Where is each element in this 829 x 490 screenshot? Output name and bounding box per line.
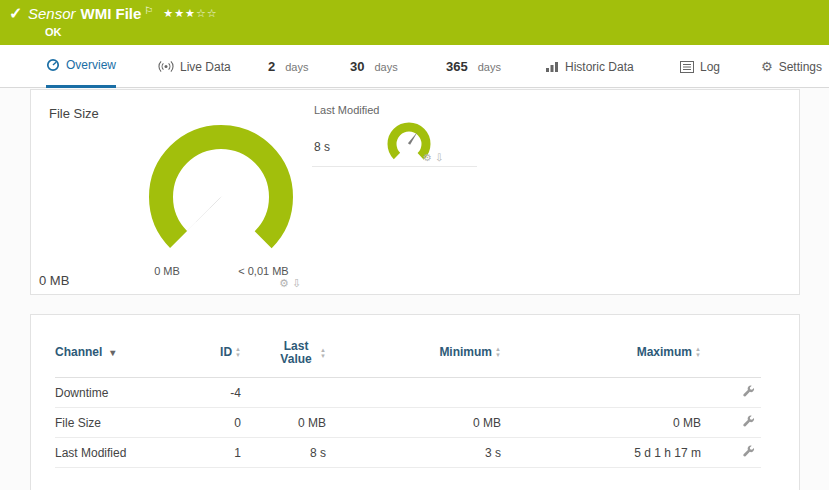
- column-label: ID: [220, 345, 232, 359]
- column-header-channel[interactable]: Channel▾: [55, 327, 200, 378]
- gauges-panel: File Size 0 MB < 0,01 MB 0 MB ⚙⇩ Last Mo…: [30, 89, 800, 295]
- flag-icon[interactable]: ⚐: [144, 5, 153, 16]
- wrench-icon[interactable]: [742, 385, 761, 401]
- column-header-minimum[interactable]: Minimum▲▼: [326, 327, 501, 378]
- column-header-maximum[interactable]: Maximum▲▼: [501, 327, 701, 378]
- cell-channel[interactable]: Last Modified: [55, 438, 200, 468]
- tab-number: 2: [268, 59, 275, 74]
- log-icon: [680, 61, 694, 73]
- cell-channel[interactable]: File Size: [55, 408, 200, 438]
- channel-table: Channel▾ ID▲▼ Last Value▲▼ Minimum▲▼ Max…: [55, 327, 761, 468]
- cell-last-value: [241, 378, 326, 408]
- stars-filled: ★★★: [163, 7, 196, 19]
- column-label: Last Value: [275, 340, 317, 366]
- table-header-row: Channel▾ ID▲▼ Last Value▲▼ Minimum▲▼ Max…: [55, 327, 761, 378]
- tab-label: Historic Data: [565, 60, 634, 74]
- historic-data-icon: [545, 60, 559, 73]
- channel-table-panel: Channel▾ ID▲▼ Last Value▲▼ Minimum▲▼ Max…: [30, 314, 800, 490]
- column-label: Maximum: [637, 345, 692, 359]
- cell-minimum: [326, 378, 501, 408]
- tab-overview[interactable]: Overview: [46, 45, 116, 88]
- tab-live-data[interactable]: Live Data: [158, 45, 231, 88]
- cell-last-value: 0 MB: [241, 408, 326, 438]
- cell-minimum: 3 s: [326, 438, 501, 468]
- cell-maximum: 5 d 1 h 17 m: [501, 438, 701, 468]
- tab-2-days[interactable]: 2days: [268, 45, 308, 88]
- gear-icon[interactable]: ⚙: [279, 277, 292, 289]
- cell-id: 1: [200, 438, 241, 468]
- divider: [312, 166, 477, 167]
- last-modified-gauge: [379, 116, 441, 178]
- column-header-actions: [701, 327, 761, 378]
- column-label: Minimum: [439, 345, 492, 359]
- wrench-icon[interactable]: [742, 445, 761, 461]
- gauge-toolbar: ⚙⇩: [423, 152, 446, 163]
- tab-label: Overview: [66, 58, 116, 72]
- gauge-toolbar: ⚙⇩: [279, 277, 304, 290]
- column-label: Channel: [55, 345, 102, 359]
- gear-icon: ⚙: [761, 59, 773, 74]
- sensor-header: ✓ Sensor WMI File ⚐ ★★★☆☆ OK: [0, 0, 829, 45]
- status-badge: OK: [45, 26, 62, 38]
- last-modified-value: 8 s: [314, 140, 330, 154]
- tab-label: days: [374, 61, 397, 73]
- table-row[interactable]: File Size 0 0 MB 0 MB 0 MB: [55, 408, 761, 438]
- sort-icon[interactable]: ▲▼: [235, 346, 241, 358]
- tab-label: Log: [700, 60, 720, 74]
- pin-icon[interactable]: ⇩: [292, 277, 304, 289]
- cell-channel[interactable]: Downtime: [55, 378, 200, 408]
- tab-30-days[interactable]: 30days: [350, 45, 398, 88]
- cell-maximum: [501, 378, 701, 408]
- tab-label: days: [285, 61, 308, 73]
- tab-label: Settings: [779, 60, 822, 74]
- tab-label: Live Data: [180, 60, 231, 74]
- cell-id: -4: [200, 378, 241, 408]
- tab-settings[interactable]: ⚙ Settings: [761, 45, 822, 88]
- prtg-sensor-page: ✓ Sensor WMI File ⚐ ★★★☆☆ OK Overview Li…: [0, 0, 829, 490]
- tab-bar: Overview Live Data 2days 30days 365days …: [0, 45, 829, 88]
- cell-maximum: 0 MB: [501, 408, 701, 438]
- column-header-id[interactable]: ID▲▼: [200, 327, 241, 378]
- secondary-gauge-title: Last Modified: [314, 104, 379, 116]
- table-row[interactable]: Downtime -4: [55, 378, 761, 408]
- sensor-title: WMI File: [81, 5, 142, 22]
- overview-icon: [46, 58, 60, 72]
- sensor-title-row: Sensor WMI File ⚐ ★★★☆☆: [28, 5, 218, 22]
- cell-minimum: 0 MB: [326, 408, 501, 438]
- tab-label: days: [478, 61, 501, 73]
- gauge-needle: [181, 195, 222, 236]
- tab-number: 365: [446, 59, 468, 74]
- gauge-needle: [408, 132, 418, 145]
- file-size-value: 0 MB: [39, 273, 69, 288]
- gear-icon[interactable]: ⚙: [423, 152, 435, 163]
- sort-icon[interactable]: ▲▼: [320, 347, 326, 359]
- gauge-scale-min: 0 MB: [132, 265, 202, 277]
- live-data-icon: [158, 60, 174, 73]
- tab-historic-data[interactable]: Historic Data: [545, 45, 634, 88]
- tab-365-days[interactable]: 365days: [446, 45, 501, 88]
- column-header-last-value[interactable]: Last Value▲▼: [241, 327, 326, 378]
- pin-icon[interactable]: ⇩: [435, 152, 446, 163]
- table-row[interactable]: Last Modified 1 8 s 3 s 5 d 1 h 17 m: [55, 438, 761, 468]
- primary-gauge-title: File Size: [49, 106, 99, 121]
- tab-log[interactable]: Log: [680, 45, 720, 88]
- file-size-gauge: [136, 117, 306, 267]
- sensor-kind-label: Sensor: [28, 5, 76, 22]
- wrench-icon[interactable]: [742, 415, 761, 431]
- chevron-down-icon[interactable]: ▾: [110, 347, 115, 358]
- cell-id: 0: [200, 408, 241, 438]
- sort-icon[interactable]: ▲▼: [695, 346, 701, 358]
- status-check-icon: ✓: [9, 4, 22, 23]
- gauge-scale-max: < 0,01 MB: [216, 265, 311, 277]
- priority-stars[interactable]: ★★★☆☆: [163, 7, 217, 20]
- cell-last-value: 8 s: [241, 438, 326, 468]
- sort-icon[interactable]: ▲▼: [495, 346, 501, 358]
- tab-number: 30: [350, 59, 364, 74]
- stars-empty: ☆☆: [196, 7, 218, 19]
